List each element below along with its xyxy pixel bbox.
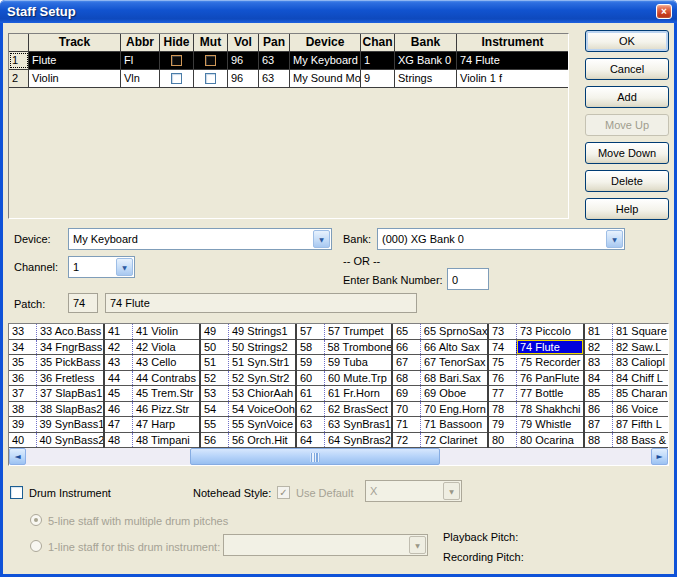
track-row[interactable]: 1FluteFl9663My Keyboard1XG Bank 074 Flut… [9,52,568,70]
patch-number-cell[interactable]: 88 [585,433,612,448]
patch-number-cell[interactable]: 50 [201,340,228,355]
help-button[interactable]: Help [585,198,669,220]
patch-name-cell[interactable]: 55 SynVoice [228,417,295,432]
patch-number-cell[interactable]: 35 [9,355,36,370]
patch-number-cell[interactable]: 83 [585,355,612,370]
patch-name-cell[interactable]: 81 Square [612,324,669,339]
patch-name-cell[interactable]: 75 Recorder [516,355,583,370]
patch-name-cell[interactable]: 66 Alto Sax [420,340,487,355]
patch-number-cell[interactable]: 64 [297,433,324,448]
patch-name-cell[interactable]: 69 Oboe [420,386,487,401]
patch-name-cell[interactable]: 49 Strings1 [228,324,295,339]
patch-name-cell[interactable]: 84 Chiff L [612,371,669,386]
patch-number-cell[interactable]: 38 [9,402,36,417]
chevron-down-icon[interactable]: ▼ [313,230,330,248]
ok-button[interactable]: OK [585,30,669,52]
patch-number-cell[interactable]: 55 [201,417,228,432]
patch-number-cell[interactable]: 52 [201,371,228,386]
patch-number-cell[interactable]: 58 [297,340,324,355]
patch-number-cell[interactable]: 70 [393,402,420,417]
hide-checkbox[interactable] [171,73,182,84]
patch-number-cell[interactable]: 33 [9,324,36,339]
patch-name-cell[interactable]: 64 SynBras2 [324,433,391,448]
patch-number-cell[interactable]: 84 [585,371,612,386]
patch-number-cell[interactable]: 40 [9,433,36,448]
delete-button[interactable]: Delete [585,170,669,192]
scroll-right-icon[interactable]: ► [651,448,668,465]
track-row[interactable]: 2ViolinVln9663My Sound Mo9StringsViolin … [9,70,568,88]
patch-name-cell[interactable]: 36 Fretless [36,371,103,386]
bank-number-input[interactable] [447,268,489,290]
patch-name-cell[interactable]: 59 Tuba [324,355,391,370]
patch-number-cell[interactable]: 46 [105,402,132,417]
patch-number-cell[interactable]: 37 [9,386,36,401]
bank-combobox[interactable]: (000) XG Bank 0 ▼ [377,228,625,250]
patch-number-cell[interactable]: 51 [201,355,228,370]
patch-number-cell[interactable]: 36 [9,371,36,386]
patch-number-cell[interactable]: 67 [393,355,420,370]
patch-name-cell[interactable]: 85 Charan [612,386,669,401]
patch-name-cell[interactable]: 38 SlapBas2 [36,402,103,417]
horizontal-scrollbar[interactable]: ◄ ► [9,448,668,465]
chevron-down-icon[interactable]: ▼ [116,258,133,276]
patch-number-cell[interactable]: 56 [201,433,228,448]
patch-number-cell[interactable]: 77 [489,386,516,401]
patch-name-cell[interactable]: 67 TenorSax [420,355,487,370]
patch-name-cell[interactable]: 46 Pizz.Str [132,402,199,417]
patch-number-cell[interactable]: 41 [105,324,132,339]
patch-number-cell[interactable]: 60 [297,371,324,386]
drum-instrument-checkbox[interactable]: ✓ [10,486,23,499]
patch-name-cell[interactable]: 37 SlapBas1 [36,386,103,401]
patch-name-cell[interactable]: 76 PanFlute [516,371,583,386]
patch-name-cell[interactable]: 73 Piccolo [516,324,583,339]
channel-combobox[interactable]: 1 ▼ [68,256,135,278]
patch-name-cell[interactable]: 33 Aco.Bass [36,324,103,339]
hide-checkbox[interactable] [171,55,182,66]
close-icon[interactable]: × [656,4,672,19]
patch-number-cell[interactable]: 54 [201,402,228,417]
patch-number-cell[interactable]: 39 [9,417,36,432]
patch-number-cell[interactable]: 76 [489,371,516,386]
patch-name-cell[interactable]: 63 SynBras1 [324,417,391,432]
patch-number-cell[interactable]: 57 [297,324,324,339]
patch-number-cell[interactable]: 69 [393,386,420,401]
scrollbar-thumb[interactable] [190,448,440,465]
patch-name-cell[interactable]: 83 Caliopl [612,355,669,370]
patch-number-cell[interactable]: 44 [105,371,132,386]
patch-number-cell[interactable]: 65 [393,324,420,339]
patch-name-cell[interactable]: 71 Bassoon [420,417,487,432]
patch-name-cell[interactable]: 61 Fr.Horn [324,386,391,401]
patch-name-cell[interactable]: 40 SynBass2 [36,433,104,448]
patch-name-cell[interactable]: 77 Bottle [516,386,583,401]
patch-name-cell[interactable]: 48 Timpani [132,433,199,448]
move-down-button[interactable]: Move Down [585,142,669,164]
patch-name-cell[interactable]: 74 Flute [516,340,583,355]
patch-number-cell[interactable]: 47 [105,417,132,432]
patch-name-cell[interactable]: 39 SynBass1 [36,417,104,432]
patch-name-cell[interactable]: 65 SprnoSax [420,324,487,339]
mut-checkbox[interactable] [205,55,216,66]
patch-number-cell[interactable]: 73 [489,324,516,339]
patch-name-cell[interactable]: 60 Mute.Trp [324,371,391,386]
patch-name-cell[interactable]: 87 Fifth L [612,417,669,432]
patch-number-cell[interactable]: 85 [585,386,612,401]
patch-name-cell[interactable]: 70 Eng.Horn [420,402,487,417]
patch-name-cell[interactable]: 51 Syn.Str1 [228,355,295,370]
patch-name-cell[interactable]: 86 Voice [612,402,669,417]
patch-number-cell[interactable]: 68 [393,371,420,386]
patch-name-cell[interactable]: 45 Trem.Str [132,386,199,401]
scroll-left-icon[interactable]: ◄ [9,448,26,465]
patch-number-cell[interactable]: 61 [297,386,324,401]
patch-number-cell[interactable]: 66 [393,340,420,355]
patch-number-cell[interactable]: 81 [585,324,612,339]
chevron-down-icon[interactable]: ▼ [606,230,623,248]
patch-name-cell[interactable]: 56 Orch.Hit [228,433,295,448]
patch-name-cell[interactable]: 52 Syn.Str2 [228,371,295,386]
patch-number-cell[interactable]: 49 [201,324,228,339]
patch-name-cell[interactable]: 50 Strings2 [228,340,295,355]
patch-name-cell[interactable]: 79 Whistle [516,417,583,432]
patch-name-cell[interactable]: 78 Shakhchi [516,402,583,417]
patch-number-cell[interactable]: 42 [105,340,132,355]
patch-number-cell[interactable]: 71 [393,417,420,432]
patch-number-cell[interactable]: 72 [393,433,420,448]
